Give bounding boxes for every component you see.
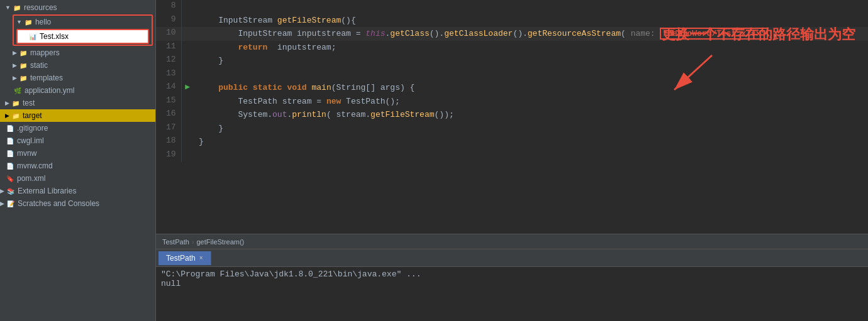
folder-icon-hello: 📁: [23, 17, 33, 27]
table-row: 16 System.out.println( stream.getFileStr…: [156, 108, 868, 122]
sidebar-item-test-xlsx[interactable]: 📊 Test.xlsx: [18, 30, 148, 43]
code-table: 8 9 InputStream getFileStream(){: [156, 0, 868, 162]
main-area: ▼ 📁 resources ▼ 📁 hello 📊 Test.xlsx ▶ 📁: [0, 0, 868, 321]
breadcrumb-separator: ›: [192, 238, 194, 246]
sidebar-item-scratches[interactable]: ▶ 📝 Scratches and Consoles: [0, 197, 155, 210]
expand-arrow-test: ▶: [5, 100, 9, 106]
sidebar-item-target[interactable]: ▶ 📁 target: [0, 109, 155, 122]
sidebar-item-label-gitignore: .gitignore: [17, 124, 48, 133]
gutter: [181, 41, 194, 55]
sidebar-item-label-mappers: mappers: [30, 48, 60, 57]
sidebar-item-cwgl-iml[interactable]: 📄 cwgl.iml: [0, 134, 155, 147]
sidebar-item-label-pom-xml: pom.xml: [17, 174, 45, 183]
sidebar-item-label: resources: [24, 3, 57, 12]
folder-icon-static: 📁: [18, 60, 28, 70]
line-number: 16: [156, 108, 181, 122]
xml-icon: 🔖: [5, 173, 15, 183]
gutter: [181, 122, 194, 136]
line-number: 9: [156, 14, 181, 28]
expand-arrow-ext: ▶: [0, 188, 4, 194]
gutter: [181, 54, 194, 68]
sidebar-item-label-hello: hello: [35, 18, 51, 26]
terminal-line-1: "C:\Program Files\Java\jdk1.8.0_221\bin\…: [161, 269, 863, 279]
gutter: [181, 149, 194, 163]
sidebar-item-pom-xml[interactable]: 🔖 pom.xml: [0, 172, 155, 185]
folder-icon-target: 📁: [11, 111, 21, 121]
code-line: public static void main(String[] args) {: [194, 81, 868, 95]
code-area: 8 9 InputStream getFileStream(){: [156, 0, 868, 234]
gutter: ▶: [181, 81, 194, 95]
code-line: InputStream inputstream = this.getClass(…: [194, 27, 868, 41]
table-row: 15 TestPath stream = new TestPath();: [156, 95, 868, 109]
table-row: 11 return inputstream;: [156, 41, 868, 55]
gutter: [181, 95, 194, 109]
sidebar-item-label-mvnw-cmd: mvnw.cmd: [17, 161, 53, 170]
line-number: 12: [156, 54, 181, 68]
table-row: 18 }: [156, 135, 868, 149]
expand-arrow-static: ▶: [13, 62, 17, 68]
sidebar-item-label-scratches: Scratches and Consoles: [18, 199, 99, 208]
code-line: }: [194, 135, 868, 149]
code-line: TestPath stream = new TestPath();: [194, 95, 868, 109]
code-line: System.out.println( stream.getFileStream…: [194, 108, 868, 122]
expand-arrow-target: ▶: [5, 112, 9, 119]
table-row: 19: [156, 149, 868, 163]
sidebar-item-test[interactable]: ▶ 📁 test: [0, 97, 155, 109]
sidebar-item-label-target: target: [23, 111, 42, 120]
code-line: [194, 68, 868, 82]
line-number: 10: [156, 27, 181, 41]
gutter: [181, 108, 194, 122]
expand-arrow: ▼: [5, 4, 11, 11]
line-number: 8: [156, 0, 181, 14]
expand-arrow-scratches: ▶: [0, 200, 4, 207]
terminal-tab-close[interactable]: ×: [199, 254, 203, 261]
sidebar-item-label-templates: templates: [30, 73, 63, 82]
terminal-area: TestPath × "C:\Program Files\Java\jdk1.8…: [156, 249, 868, 321]
sidebar-item-mvnw-cmd[interactable]: 📄 mvnw.cmd: [0, 160, 155, 172]
table-row: 14 ▶ public static void main(String[] ar…: [156, 81, 868, 95]
sidebar-item-static[interactable]: ▶ 📁 static: [0, 59, 155, 72]
code-line: }: [194, 122, 868, 136]
sidebar-item-hello[interactable]: ▼ 📁 hello: [14, 16, 152, 28]
table-row: 17 }: [156, 122, 868, 136]
sidebar-item-label-test: test: [23, 99, 35, 107]
expand-arrow-hello: ▼: [16, 19, 22, 25]
line-number: 11: [156, 41, 181, 55]
gutter: [181, 135, 194, 149]
sidebar-item-gitignore[interactable]: 📄 .gitignore: [0, 122, 155, 134]
table-row: 10 InputStream inputstream = this.getCla…: [156, 27, 868, 41]
table-row: 13: [156, 68, 868, 82]
sidebar-item-mappers[interactable]: ▶ 📁 mappers: [0, 46, 155, 59]
code-line: InputStream getFileStream(){: [194, 14, 868, 28]
code-with-annotation: 8 9 InputStream getFileStream(){: [156, 0, 868, 321]
folder-icon: 📁: [12, 3, 22, 13]
code-line: [194, 0, 868, 14]
line-number: 15: [156, 95, 181, 109]
line-number: 18: [156, 135, 181, 149]
iml-icon: 📄: [5, 136, 15, 146]
sidebar-item-label-static: static: [30, 61, 48, 70]
expand-arrow-templates: ▶: [13, 75, 17, 81]
sidebar-item-mvnw[interactable]: 📄 mvnw: [0, 147, 155, 160]
excel-icon: 📊: [28, 31, 38, 41]
terminal-tab-label: TestPath: [166, 254, 196, 263]
sidebar-item-templates[interactable]: ▶ 📁 templates: [0, 72, 155, 84]
terminal-content: "C:\Program Files\Java\jdk1.8.0_221\bin\…: [156, 267, 868, 321]
gutter: [181, 68, 194, 82]
code-line: [194, 149, 868, 163]
breadcrumb-method: getFileStream(): [196, 238, 244, 246]
sidebar-item-external-libs[interactable]: ▶ 📚 External Libraries: [0, 185, 155, 197]
code-editor[interactable]: 8 9 InputStream getFileStream(){: [156, 0, 868, 234]
sidebar-item-resources[interactable]: ▼ 📁 resources: [0, 1, 155, 14]
table-row: 9 InputStream getFileStream(){: [156, 14, 868, 28]
ext-libs-icon: 📚: [6, 186, 16, 196]
breadcrumb-class: TestPath: [162, 238, 189, 246]
folder-icon-mappers: 📁: [18, 48, 28, 58]
line-number: 19: [156, 149, 181, 163]
line-number: 17: [156, 122, 181, 136]
sidebar-item-label-ext-libs: External Libraries: [18, 187, 76, 195]
sidebar-item-application-yml[interactable]: 🌿 application.yml: [0, 84, 155, 97]
sidebar-item-label-yml: application.yml: [25, 86, 74, 95]
terminal-tab-testpath[interactable]: TestPath ×: [159, 251, 211, 265]
code-line: }: [194, 54, 868, 68]
